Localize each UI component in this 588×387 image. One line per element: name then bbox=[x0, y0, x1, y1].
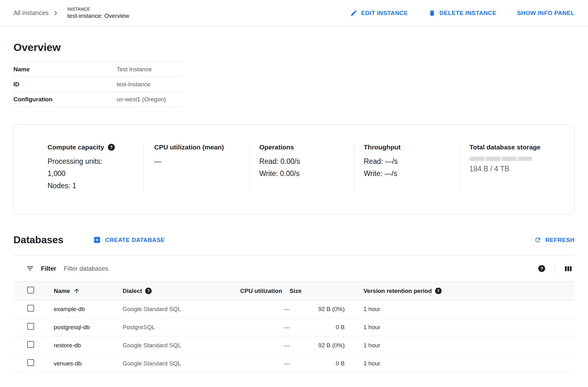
databases-section-header: Databases CREATE DATABASE REFRESH bbox=[13, 234, 575, 246]
database-retention: 1 hour bbox=[345, 354, 575, 373]
page-header: All instances INSTANCE test-instance: Ov… bbox=[0, 0, 588, 26]
database-row[interactable]: restore-db Google Standard SQL — 92 B (0… bbox=[13, 336, 575, 354]
detail-value: test-instance bbox=[117, 81, 150, 88]
database-row[interactable]: postgresql-db PostgreSQL — 0 B 1 hour bbox=[13, 318, 575, 336]
database-retention: 1 hour bbox=[345, 336, 575, 354]
detail-value: us-west1 (Oregon) bbox=[117, 96, 166, 103]
metric-title: CPU utilization (mean) bbox=[154, 143, 224, 151]
metric-value: — bbox=[154, 155, 240, 168]
database-dialect: Google Standard SQL bbox=[123, 336, 240, 354]
detail-label: Name bbox=[13, 66, 117, 73]
create-database-button[interactable]: CREATE DATABASE bbox=[94, 236, 165, 244]
create-database-label: CREATE DATABASE bbox=[105, 237, 165, 244]
filter-help-icon[interactable]: ? bbox=[538, 265, 545, 272]
row-checkbox[interactable] bbox=[27, 341, 34, 348]
database-dialect: Google Standard SQL bbox=[123, 300, 240, 318]
refresh-button[interactable]: REFRESH bbox=[534, 236, 575, 244]
instance-eyebrow: INSTANCE bbox=[67, 7, 129, 12]
help-icon[interactable]: ? bbox=[108, 144, 115, 151]
overview-section-title: Overview bbox=[13, 41, 575, 53]
filter-bar-tools: ? bbox=[538, 264, 573, 273]
metric-title: Throughput bbox=[364, 143, 401, 151]
database-retention: 1 hour bbox=[345, 300, 575, 318]
edit-instance-label: EDIT INSTANCE bbox=[361, 10, 408, 17]
metric-value: Write: —/s bbox=[364, 168, 450, 180]
detail-row-name: Name Test Instance bbox=[13, 62, 182, 77]
sort-ascending-icon[interactable] bbox=[73, 288, 80, 294]
breadcrumb: All instances INSTANCE test-instance: Ov… bbox=[13, 7, 129, 19]
trash-icon bbox=[428, 9, 436, 17]
column-header-size[interactable]: Size bbox=[290, 282, 345, 300]
refresh-icon bbox=[534, 236, 541, 244]
database-cpu: — bbox=[240, 336, 290, 354]
metric-operations: Operations Read: 0.00/s Write: 0.00/s bbox=[250, 143, 354, 192]
metric-value: Processing units: bbox=[48, 155, 134, 168]
database-cpu: — bbox=[240, 318, 290, 336]
chevron-right-icon bbox=[52, 9, 60, 17]
database-name[interactable]: postgresql-db bbox=[54, 318, 123, 336]
database-dialect: Google Standard SQL bbox=[123, 354, 240, 373]
metric-value: Read: —/s bbox=[364, 155, 450, 168]
breadcrumb-all-instances[interactable]: All instances bbox=[13, 9, 48, 17]
dialect-help-icon[interactable]: ? bbox=[145, 288, 152, 294]
retention-help-icon[interactable]: ? bbox=[435, 288, 442, 294]
pencil-icon bbox=[350, 9, 357, 17]
database-retention: 1 hour bbox=[345, 318, 575, 336]
metric-total-storage: Total database storage 184 B / 4 TB bbox=[460, 143, 574, 192]
storage-value: 184 B / 4 TB bbox=[469, 165, 565, 173]
delete-instance-button[interactable]: DELETE INSTANCE bbox=[428, 9, 496, 17]
database-size: 0 B bbox=[290, 318, 345, 336]
database-cpu: — bbox=[240, 354, 290, 373]
storage-usage-bar bbox=[469, 157, 565, 161]
column-header-name[interactable]: Name bbox=[54, 288, 70, 294]
row-checkbox[interactable] bbox=[27, 359, 34, 366]
vertical-divider bbox=[555, 264, 555, 273]
select-all-checkbox[interactable] bbox=[27, 287, 34, 294]
column-display-icon[interactable] bbox=[564, 264, 573, 273]
database-size: 92 B (0%) bbox=[290, 300, 345, 318]
column-header-cpu[interactable]: CPU utilization bbox=[240, 282, 290, 300]
metrics-card: Compute capacity ? Processing units: 1,0… bbox=[13, 124, 575, 215]
metric-title: Operations bbox=[259, 143, 294, 151]
metric-value: Nodes: 1 bbox=[48, 180, 134, 192]
metric-value: Write: 0.00/s bbox=[259, 168, 345, 180]
show-info-panel-label: SHOW INFO PANEL bbox=[517, 10, 575, 17]
detail-value: Test Instance bbox=[117, 66, 152, 73]
plus-square-icon bbox=[94, 236, 101, 244]
metric-title: Total database storage bbox=[469, 143, 540, 151]
database-name[interactable]: example-db bbox=[54, 300, 123, 318]
database-row[interactable]: example-db Google Standard SQL — 92 B (0… bbox=[13, 300, 575, 318]
database-name[interactable]: restore-db bbox=[54, 336, 123, 354]
database-row[interactable]: venues-db Google Standard SQL — 0 B 1 ho… bbox=[13, 354, 575, 373]
database-cpu: — bbox=[240, 300, 290, 318]
metric-value: 1,000 bbox=[48, 168, 134, 180]
header-actions: EDIT INSTANCE DELETE INSTANCE SHOW INFO … bbox=[350, 9, 575, 17]
filter-icon bbox=[26, 264, 34, 273]
filter-databases-input[interactable] bbox=[63, 265, 531, 273]
databases-table: Name Dialect ? CPU utilization Size bbox=[13, 282, 575, 373]
metric-cpu-utilization: CPU utilization (mean) — bbox=[143, 143, 250, 192]
row-checkbox[interactable] bbox=[27, 323, 34, 330]
detail-label: Configuration bbox=[13, 96, 117, 103]
database-size: 0 B bbox=[290, 354, 345, 373]
metric-value: Read: 0.00/s bbox=[259, 155, 345, 168]
database-size: 92 B (0%) bbox=[290, 336, 345, 354]
delete-instance-label: DELETE INSTANCE bbox=[439, 10, 496, 17]
table-header-row: Name Dialect ? CPU utilization Size bbox=[13, 282, 575, 300]
column-header-retention[interactable]: Version retention period bbox=[363, 288, 432, 294]
show-info-panel-button[interactable]: SHOW INFO PANEL bbox=[517, 10, 575, 17]
refresh-label: REFRESH bbox=[545, 237, 575, 244]
filter-label: Filter bbox=[41, 265, 56, 272]
instance-heading: INSTANCE test-instance: Overview bbox=[67, 7, 129, 19]
page-title: test-instance: Overview bbox=[67, 13, 129, 19]
databases-section-title: Databases bbox=[13, 234, 63, 246]
column-header-dialect[interactable]: Dialect bbox=[123, 288, 142, 294]
metric-throughput: Throughput Read: —/s Write: —/s bbox=[354, 143, 460, 192]
database-dialect: PostgreSQL bbox=[123, 318, 240, 336]
detail-label: ID bbox=[13, 81, 117, 88]
detail-row-id: ID test-instance bbox=[13, 77, 182, 92]
filter-bar: Filter ? bbox=[13, 255, 575, 282]
database-name[interactable]: venues-db bbox=[54, 354, 123, 373]
edit-instance-button[interactable]: EDIT INSTANCE bbox=[350, 9, 408, 17]
row-checkbox[interactable] bbox=[27, 305, 34, 312]
